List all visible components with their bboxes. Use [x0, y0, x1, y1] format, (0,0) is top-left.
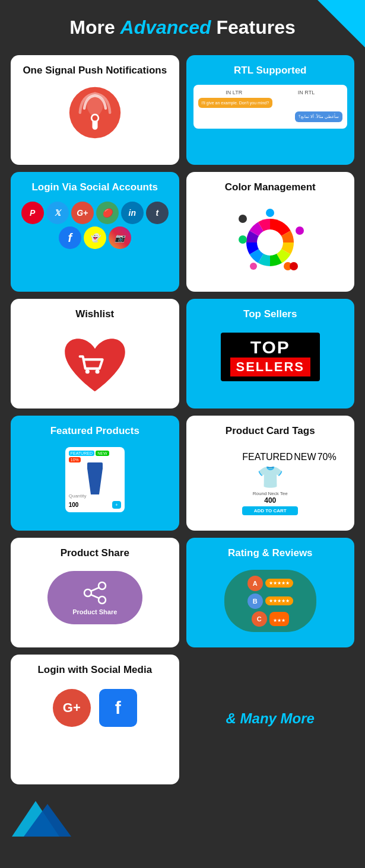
- price-row: 100 +: [69, 501, 121, 509]
- corner-decoration: [318, 0, 365, 47]
- card-wishlist: Wishlist: [11, 299, 179, 409]
- ltr-label: IN LTR: [226, 90, 242, 95]
- instagram-icon: 📷: [109, 226, 131, 249]
- bottom-decoration: [0, 796, 365, 838]
- tshirt-icon: 👕: [242, 465, 298, 490]
- review-bubble-1: ★★★★★: [265, 579, 293, 588]
- rtl-preview: IN LTR IN RTL I'll give an example. Don'…: [193, 85, 348, 128]
- review-row-3: C ★★★: [252, 611, 289, 627]
- card-wishlist-title: Wishlist: [75, 308, 114, 320]
- card-product-share: Product Share Product Share: [11, 538, 179, 647]
- bottom-arrow-icon: [12, 801, 83, 837]
- star-1: ★★★★★: [269, 580, 290, 586]
- large-social-icons: G+ f: [53, 689, 137, 727]
- new-tag-2: NEW: [294, 452, 316, 462]
- svg-point-6: [257, 229, 283, 256]
- review-row-1: A ★★★★★: [247, 576, 293, 591]
- card-featured-title: Featured Products: [50, 425, 139, 437]
- svg-point-12: [239, 215, 247, 223]
- reviews-preview: A ★★★★★ B ★★★★★ C ★★★: [224, 570, 316, 632]
- many-more-text: & Many More: [226, 664, 315, 774]
- rtl-bubble-rtl: سأعطي مثالاً. ألا تمانع؟: [295, 111, 342, 122]
- review-bubble-2: ★★★★★: [265, 596, 293, 605]
- heart-cart-icon: [59, 331, 131, 397]
- add-to-cart-button[interactable]: +: [112, 501, 121, 509]
- svg-point-17: [99, 582, 106, 589]
- product-price: 100: [69, 502, 79, 508]
- svg-point-18: [84, 589, 91, 596]
- card-login-social-media: Login with Social Media G+ f: [11, 655, 179, 784]
- tumblr-icon: t: [146, 202, 169, 224]
- svg-point-4: [92, 116, 97, 121]
- signal-icon: [68, 86, 122, 139]
- header-suffix: Features: [211, 17, 296, 38]
- features-grid: One Signal Push Notifications RTL Suppor…: [0, 50, 365, 796]
- snapchat-icon: 👻: [84, 226, 106, 249]
- card-rtl: RTL Supported IN LTR IN RTL I'll give an…: [186, 55, 355, 165]
- top-label: TOP: [230, 337, 310, 358]
- social-icons: P 𝕏 G+ 🔴 in t f 👻 📷: [18, 202, 172, 249]
- product-tag-preview: FEATURED NEW 70% 👕 Round Neck Tee 400 AD…: [237, 447, 303, 520]
- card-rating-reviews: Rating & Reviews A ★★★★★ B ★★★★★ C ★★★: [186, 538, 355, 647]
- avatar-3: C: [252, 611, 267, 627]
- card-product-tags-title: Product Card Tags: [226, 425, 315, 437]
- svg-line-20: [90, 588, 100, 592]
- featured-tag: FEATURED: [69, 451, 94, 456]
- card-color-management: Color Management: [186, 172, 355, 292]
- featured-tag-2: FEATURED: [242, 452, 293, 462]
- star-2: ★★★★★: [269, 598, 290, 604]
- svg-point-13: [290, 262, 298, 270]
- star-3: ★★★: [273, 618, 285, 623]
- google-plus-icon: G+: [71, 202, 94, 224]
- new-tag: NEW: [96, 451, 109, 456]
- card-top-sellers: Top Sellers TOP SELLERS: [186, 299, 355, 409]
- top-sellers-badge: TOP SELLERS: [221, 333, 320, 381]
- linkedin-icon: in: [121, 202, 144, 224]
- card-social-login-title: Login Via Social Accounts: [31, 181, 158, 193]
- svg-point-7: [266, 209, 274, 217]
- svg-point-15: [95, 369, 99, 374]
- share-oval: Product Share: [47, 571, 142, 624]
- google-plus-large-icon: G+: [53, 689, 91, 727]
- product-image: [69, 464, 121, 493]
- svg-point-19: [99, 596, 106, 604]
- rtl-inner: I'll give an example. Don't you mind? سأ…: [198, 98, 343, 123]
- avatar-1: A: [247, 576, 263, 591]
- card-product-share-title: Product Share: [61, 547, 129, 559]
- share-icon: [82, 580, 108, 606]
- card-rtl-title: RTL Supported: [234, 65, 306, 76]
- pinterest-icon: P: [21, 202, 44, 224]
- card-login-social-title: Login with Social Media: [37, 664, 152, 676]
- header-highlight: Advanced: [120, 17, 211, 38]
- svg-line-21: [90, 595, 100, 599]
- header-prefix: More: [69, 17, 120, 38]
- avatar-2: B: [247, 593, 263, 609]
- review-bubble-3: ★★★: [269, 612, 289, 626]
- product-tag-price: 400: [242, 496, 298, 505]
- card-rating-title: Rating & Reviews: [228, 547, 313, 559]
- card-featured-products: Featured Products FEATURED NEW 10% Quant…: [11, 416, 179, 530]
- card-one-signal-title: One Signal Push Notifications: [23, 65, 167, 76]
- sellers-label: SELLERS: [230, 358, 310, 376]
- tag-row: FEATURED NEW 70%: [242, 452, 298, 462]
- product-tags-row: FEATURED NEW 10%: [69, 451, 121, 464]
- page-header: More Advanced Features: [0, 0, 365, 50]
- svg-point-8: [239, 235, 247, 244]
- rtl-header: IN LTR IN RTL: [198, 90, 343, 95]
- card-one-signal: One Signal Push Notifications: [11, 55, 179, 165]
- card-color-title: Color Management: [225, 181, 316, 193]
- facebook-icon: f: [59, 226, 81, 249]
- rtl-label: IN RTL: [298, 90, 315, 95]
- card-social-login: Login Via Social Accounts P 𝕏 G+ 🔴 in t …: [11, 172, 179, 292]
- facebook-large-icon: f: [99, 689, 137, 727]
- sale-tag: 10%: [69, 457, 81, 462]
- twitter-icon: 𝕏: [46, 202, 69, 224]
- periscope-icon: 🔴: [96, 202, 119, 224]
- color-wheel: [231, 204, 309, 281]
- svg-point-11: [296, 226, 304, 235]
- rtl-bubble-ltr: I'll give an example. Don't you mind?: [198, 98, 273, 108]
- add-to-cart-tag-button[interactable]: ADD TO CART: [242, 506, 298, 515]
- card-top-sellers-title: Top Sellers: [243, 308, 297, 320]
- sale-tag-2: 70%: [318, 452, 337, 462]
- featured-product-preview: FEATURED NEW 10% Quantity 100 +: [65, 447, 125, 512]
